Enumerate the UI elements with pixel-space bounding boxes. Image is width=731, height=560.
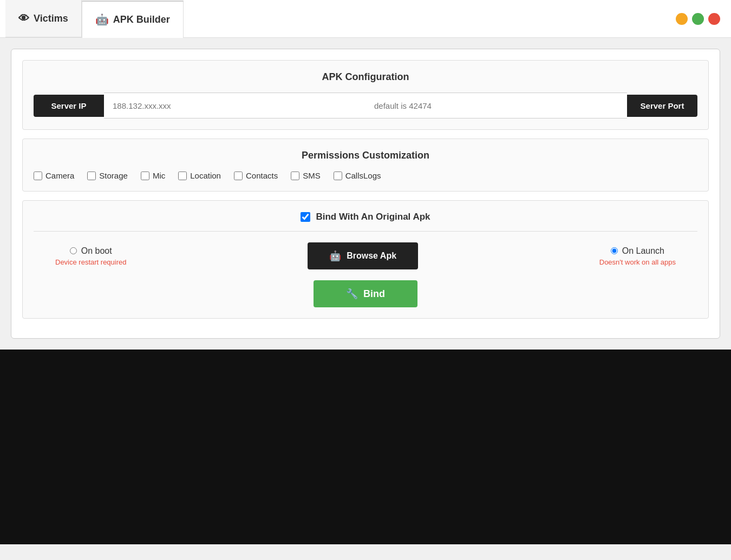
browse-apk-button[interactable]: 🤖 Browse Apk (308, 242, 418, 269)
perm-storage-label: Storage (99, 171, 128, 180)
bind-section: Bind With An Original Apk On boot Device… (22, 200, 709, 319)
perm-storage-checkbox[interactable] (87, 172, 96, 180)
bind-on-launch-label: On Launch (622, 246, 664, 256)
perm-callslogs-checkbox[interactable] (334, 172, 342, 180)
perm-location: Location (178, 171, 221, 180)
perm-storage: Storage (87, 171, 128, 180)
maximize-button[interactable] (692, 13, 704, 25)
permissions-title: Permissions Customization (34, 150, 697, 161)
bind-title: Bind With An Original Apk (316, 212, 430, 222)
perm-callslogs-label: CallsLogs (345, 171, 381, 180)
tab-apk-builder-label: APK Builder (113, 14, 170, 25)
wrench-icon: 🔧 (346, 288, 358, 300)
bind-btn-row: 🔧 Bind (34, 280, 697, 307)
perm-contacts-checkbox[interactable] (234, 172, 243, 180)
perm-sms-checkbox[interactable] (291, 172, 299, 180)
black-footer (0, 350, 731, 544)
apk-config-section: APK Configuration Server IP Server Port (22, 60, 709, 130)
tab-victims-label: Victims (34, 13, 68, 24)
server-port-label: Server Port (627, 95, 697, 117)
server-port-input[interactable] (366, 93, 627, 118)
perm-mic: Mic (141, 171, 165, 180)
bind-on-boot-label: On boot (81, 246, 112, 256)
perm-sms-label: SMS (303, 171, 321, 180)
android-icon: 🤖 (95, 13, 109, 26)
perm-contacts-label: Contacts (246, 171, 278, 180)
eye-icon: 👁 (18, 12, 29, 25)
perm-location-checkbox[interactable] (178, 172, 187, 180)
perm-camera-label: Camera (45, 171, 74, 180)
perm-sms: SMS (291, 171, 321, 180)
main-content: APK Configuration Server IP Server Port … (0, 38, 731, 350)
bind-btn-label: Bind (363, 288, 385, 300)
close-button[interactable] (708, 13, 720, 25)
server-row: Server IP Server Port (34, 93, 697, 118)
bind-option-on-launch: On Launch Doesn't work on all apps (599, 246, 676, 266)
perm-mic-checkbox[interactable] (141, 172, 149, 180)
bind-on-boot-sub: Device restart required (55, 258, 127, 266)
perm-callslogs: CallsLogs (334, 171, 381, 180)
bind-on-launch-radio-row: On Launch (611, 246, 664, 256)
server-ip-label: Server IP (34, 95, 104, 117)
perm-contacts: Contacts (234, 171, 278, 180)
permissions-row: Camera Storage Mic Location Contacts (34, 171, 697, 180)
perm-camera: Camera (34, 171, 74, 180)
window-controls (676, 13, 720, 25)
permissions-section: Permissions Customization Camera Storage… (22, 139, 709, 192)
browse-android-icon: 🤖 (329, 250, 341, 262)
bind-options-row: On boot Device restart required 🤖 Browse… (34, 242, 697, 269)
perm-mic-label: Mic (153, 171, 165, 180)
perm-camera-checkbox[interactable] (34, 172, 42, 180)
bind-checkbox[interactable] (301, 212, 310, 222)
perm-location-label: Location (190, 171, 221, 180)
tab-victims[interactable]: 👁 Victims (5, 0, 82, 37)
tab-apk-builder[interactable]: 🤖 APK Builder (82, 1, 184, 38)
bind-button[interactable]: 🔧 Bind (314, 280, 417, 307)
bind-on-boot-radio[interactable] (70, 247, 77, 254)
outer-card: APK Configuration Server IP Server Port … (11, 49, 720, 339)
server-ip-input[interactable] (104, 93, 366, 118)
bind-header: Bind With An Original Apk (34, 212, 697, 232)
apk-config-title: APK Configuration (34, 71, 697, 83)
top-bar: 👁 Victims 🤖 APK Builder (0, 0, 731, 38)
bind-on-launch-sub: Doesn't work on all apps (599, 258, 676, 266)
bind-on-boot-radio-row: On boot (70, 246, 112, 256)
minimize-button[interactable] (676, 13, 688, 25)
browse-apk-label: Browse Apk (347, 251, 396, 261)
bind-on-launch-radio[interactable] (611, 247, 618, 254)
bind-option-on-boot: On boot Device restart required (55, 246, 127, 266)
